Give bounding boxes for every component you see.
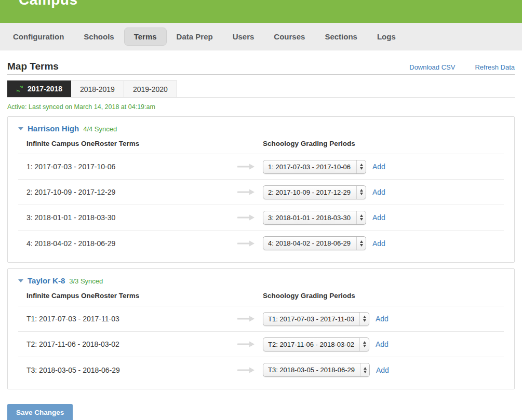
term-map-row: 2: 2017-10-09 - 2017-12-29 2: 2017-10-09… xyxy=(18,180,504,205)
grading-period-select-wrap: 4: 2018-04-02 - 2018-06-29 xyxy=(263,236,366,250)
column-header-ic-terms: Infinite Campus OneRoster Terms xyxy=(26,140,263,147)
grading-period-select-wrap: T2: 2017-11-06 - 2018-03-02 xyxy=(263,337,369,351)
nav-item-courses[interactable]: Courses xyxy=(264,28,315,46)
title-bar: Map Terms Download CSV Refresh Data xyxy=(7,61,515,72)
ic-term-label: T3: 2018-03-05 - 2018-06-29 xyxy=(26,366,229,374)
add-link[interactable]: Add xyxy=(372,188,385,196)
add-link[interactable]: Add xyxy=(372,162,385,171)
map-arrow-icon xyxy=(229,240,263,247)
map-arrow-icon xyxy=(229,214,263,221)
column-header-schoology-periods: Schoology Grading Periods xyxy=(263,292,355,300)
column-header-ic-terms: Infinite Campus OneRoster Terms xyxy=(26,292,263,300)
sync-icon xyxy=(16,85,23,92)
tab-label: 2017-2018 xyxy=(28,85,62,93)
term-map-row: T2: 2017-11-06 - 2018-03-02 T2: 2017-11-… xyxy=(18,332,504,357)
brand-header: Campus xyxy=(0,0,522,23)
nav-item-data-prep[interactable]: Data Prep xyxy=(167,28,223,46)
nav-item-users[interactable]: Users xyxy=(223,28,264,46)
map-arrow-icon xyxy=(229,341,263,348)
grading-period-select[interactable]: T2: 2017-11-06 - 2018-03-02 xyxy=(263,337,369,351)
nav-item-configuration[interactable]: Configuration xyxy=(3,28,74,46)
ic-term-label: 1: 2017-07-03 - 2017-10-06 xyxy=(26,162,229,171)
nav-item-sections[interactable]: Sections xyxy=(315,28,367,46)
term-map-row: T1: 2017-07-03 - 2017-11-03 T1: 2017-07-… xyxy=(18,306,504,332)
tab-2017-2018[interactable]: 2017-2018 xyxy=(7,80,71,97)
ic-term-label: 4: 2018-04-02 - 2018-06-29 xyxy=(26,239,229,248)
ic-term-label: 3: 2018-01-01 - 2018-03-30 xyxy=(26,213,229,222)
campus-logo: Campus xyxy=(19,0,77,8)
refresh-data-link[interactable]: Refresh Data xyxy=(475,63,515,71)
term-map-row: T3: 2018-03-05 - 2018-06-29 T3: 2018-03-… xyxy=(18,357,504,383)
main-content: Map Terms Download CSV Refresh Data 2017… xyxy=(0,50,522,420)
add-link[interactable]: Add xyxy=(372,213,385,222)
ic-term-label: T2: 2017-11-06 - 2018-03-02 xyxy=(26,340,229,348)
term-map-row: 1: 2017-07-03 - 2017-10-06 1: 2017-07-03… xyxy=(18,154,504,180)
column-headers: Infinite Campus OneRoster Terms Schoolog… xyxy=(18,292,504,306)
title-divider xyxy=(7,74,515,75)
school-panel-harrison-high: Harrison High 4/4 Synced Infinite Campus… xyxy=(7,116,515,263)
map-arrow-icon xyxy=(229,367,263,374)
grading-period-select-wrap: T3: 2018-03-05 - 2018-06-29 xyxy=(263,363,370,377)
grading-period-select[interactable]: 3: 2018-01-01 - 2018-03-30 xyxy=(263,211,366,225)
nav-item-schools[interactable]: Schools xyxy=(74,28,124,46)
school-name-link[interactable]: Harrison High xyxy=(28,124,79,133)
column-headers: Infinite Campus OneRoster Terms Schoolog… xyxy=(18,140,504,154)
school-header: Taylor K-8 3/3 Synced xyxy=(18,276,504,285)
synced-badge: 3/3 Synced xyxy=(69,277,103,285)
school-header: Harrison High 4/4 Synced xyxy=(18,124,504,133)
download-csv-link[interactable]: Download CSV xyxy=(409,63,455,71)
grading-period-select[interactable]: 1: 2017-07-03 - 2017-10-06 xyxy=(263,160,366,174)
column-header-schoology-periods: Schoology Grading Periods xyxy=(263,140,355,147)
school-panel-taylor-k8: Taylor K-8 3/3 Synced Infinite Campus On… xyxy=(7,268,515,389)
term-map-row: 4: 2018-04-02 - 2018-06-29 4: 2018-04-02… xyxy=(18,231,504,256)
map-arrow-icon xyxy=(229,188,263,196)
year-tabbar: 2017-2018 2018-2019 2019-2020 xyxy=(7,80,515,98)
tab-label: 2018-2019 xyxy=(80,85,115,93)
add-link[interactable]: Add xyxy=(372,239,385,248)
term-map-row: 3: 2018-01-01 - 2018-03-30 3: 2018-01-01… xyxy=(18,205,504,231)
tab-2019-2020[interactable]: 2019-2020 xyxy=(124,80,177,97)
grading-period-select-wrap: 3: 2018-01-01 - 2018-03-30 xyxy=(263,211,366,225)
grading-period-select-wrap: 2: 2017-10-09 - 2017-12-29 xyxy=(263,185,366,199)
grading-period-select-wrap: T1: 2017-07-03 - 2017-11-03 xyxy=(263,312,369,326)
nav-item-terms[interactable]: Terms xyxy=(124,28,167,46)
map-arrow-icon xyxy=(229,163,263,170)
ic-term-label: T1: 2017-07-03 - 2017-11-03 xyxy=(26,315,229,323)
school-name-link[interactable]: Taylor K-8 xyxy=(28,276,65,285)
map-arrow-icon xyxy=(229,315,263,322)
title-links: Download CSV Refresh Data xyxy=(409,63,515,72)
tab-2018-2019[interactable]: 2018-2019 xyxy=(71,80,124,97)
grading-period-select[interactable]: T3: 2018-03-05 - 2018-06-29 xyxy=(263,363,370,377)
synced-badge: 4/4 Synced xyxy=(83,125,117,133)
ic-term-label: 2: 2017-10-09 - 2017-12-29 xyxy=(26,188,229,196)
save-changes-button[interactable]: Save Changes xyxy=(7,404,73,420)
add-link[interactable]: Add xyxy=(376,340,389,348)
add-link[interactable]: Add xyxy=(376,315,389,323)
tab-label: 2019-2020 xyxy=(133,85,168,93)
page-title: Map Terms xyxy=(7,61,59,72)
collapse-caret-icon[interactable] xyxy=(18,127,23,130)
grading-period-select[interactable]: T1: 2017-07-03 - 2017-11-03 xyxy=(263,312,369,326)
sync-status-text: Active: Last synced on March 14, 2018 at… xyxy=(7,103,515,111)
collapse-caret-icon[interactable] xyxy=(18,279,23,282)
grading-period-select-wrap: 1: 2017-07-03 - 2017-10-06 xyxy=(263,160,366,174)
grading-period-select[interactable]: 2: 2017-10-09 - 2017-12-29 xyxy=(263,185,366,199)
add-link[interactable]: Add xyxy=(376,366,389,374)
primary-nav: Configuration Schools Terms Data Prep Us… xyxy=(0,23,522,50)
grading-period-select[interactable]: 4: 2018-04-02 - 2018-06-29 xyxy=(263,236,366,250)
nav-item-logs[interactable]: Logs xyxy=(367,28,406,46)
